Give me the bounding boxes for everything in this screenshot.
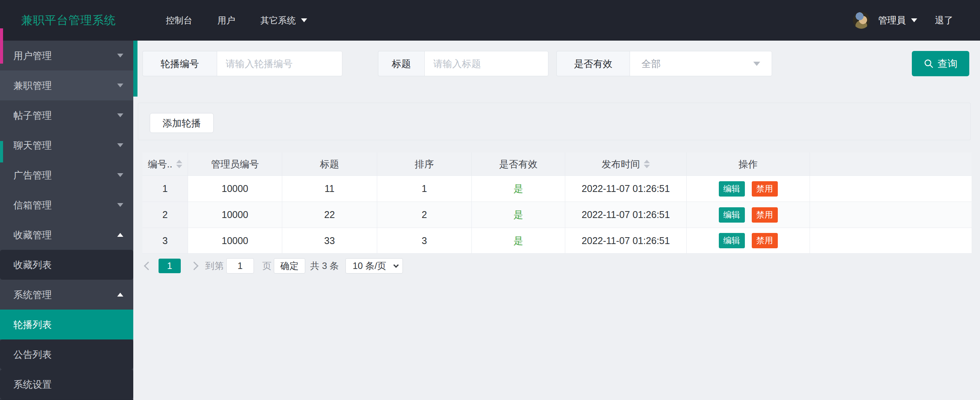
column-header-label: 发布时间 xyxy=(602,158,640,170)
empty-cell xyxy=(810,228,971,253)
chevron-down-icon[interactable] xyxy=(911,18,917,22)
sidebar-item[interactable]: 系统管理 xyxy=(0,280,133,310)
table-cell: 2022-11-07 01:26:51 xyxy=(565,228,687,253)
table-row: 110000111是2022-11-07 01:26:51编辑禁用 xyxy=(142,175,972,202)
disable-button[interactable]: 禁用 xyxy=(752,207,778,223)
table-cell: 2022-11-07 01:26:51 xyxy=(565,202,687,228)
sidebar-item[interactable]: 公告列表 xyxy=(0,339,133,369)
app-title: 兼职平台管理系统 xyxy=(21,13,116,28)
disable-button[interactable]: 禁用 xyxy=(752,233,778,248)
table-cell: 是 xyxy=(472,228,565,253)
scrollbar-thumb-teal[interactable] xyxy=(0,141,3,162)
filter-is-valid: 是否有效 全部 xyxy=(556,51,772,76)
column-header: 操作 xyxy=(687,152,810,175)
column-header-label: 排序 xyxy=(415,158,434,170)
avatar[interactable] xyxy=(853,12,870,29)
sidebar-item-label: 收藏列表 xyxy=(13,259,52,271)
pagination-bar: 1 到第 页 确定 共 3 条 10 条/页 xyxy=(142,257,980,275)
table-cell: 3 xyxy=(142,228,188,253)
column-header-label: 编号.. xyxy=(148,158,172,170)
page-unit-label: 页 xyxy=(262,260,272,272)
sidebar-item[interactable]: 轮播列表 xyxy=(0,310,133,339)
table-header: 编号..管理员编号标题排序是否有效发布时间操作 xyxy=(142,152,972,175)
edit-button[interactable]: 编辑 xyxy=(719,181,745,197)
nav-item-user[interactable]: 用户 xyxy=(218,15,235,26)
chevron-down-icon xyxy=(117,54,123,57)
actions-cell: 编辑禁用 xyxy=(687,176,810,202)
logout-button[interactable]: 退了 xyxy=(935,14,953,26)
page-number-button[interactable]: 1 xyxy=(159,259,181,273)
column-header[interactable]: 编号.. xyxy=(142,152,188,175)
top-navbar: 兼职平台管理系统 控制台 用户 其它系统 管理員 退了 xyxy=(0,0,980,41)
title-input[interactable] xyxy=(424,51,548,76)
table-cell: 1 xyxy=(142,176,188,202)
sidebar-item[interactable]: 广告管理 xyxy=(0,160,133,190)
sidebar-item[interactable]: 聊天管理 xyxy=(0,130,133,160)
search-button[interactable]: 查询 xyxy=(912,51,969,76)
sidebar-item[interactable]: 兼职管理 xyxy=(0,70,133,100)
column-header: 是否有效 xyxy=(472,152,565,175)
sidebar-item[interactable]: 信箱管理 xyxy=(0,190,133,220)
disable-button[interactable]: 禁用 xyxy=(752,181,778,197)
sidebar-item[interactable]: 用户管理 xyxy=(0,41,133,70)
table-cell: 2 xyxy=(377,202,472,228)
page-size-select[interactable]: 10 条/页 xyxy=(345,258,403,274)
chevron-down-icon xyxy=(301,18,307,22)
sidebar-item[interactable]: 收藏管理 xyxy=(0,220,133,250)
carousel-id-input[interactable] xyxy=(217,51,342,76)
username-dropdown[interactable]: 管理員 xyxy=(878,14,906,26)
table-cell: 2 xyxy=(142,202,188,228)
scrollbar-thumb-pink[interactable] xyxy=(0,28,3,64)
confirm-button[interactable]: 确定 xyxy=(274,258,305,274)
chevron-up-icon xyxy=(117,293,123,297)
empty-cell xyxy=(810,202,971,228)
column-header xyxy=(810,152,971,175)
table-cell: 22 xyxy=(282,202,377,228)
column-header-label: 操作 xyxy=(739,158,758,170)
sidebar-item[interactable]: 帖子管理 xyxy=(0,100,133,130)
sidebar-item[interactable]: 收藏列表 xyxy=(0,250,133,280)
sidebar-item-label: 广告管理 xyxy=(13,169,52,182)
sort-icon[interactable] xyxy=(176,160,182,168)
chevron-down-icon xyxy=(393,262,399,268)
is-valid-value: 全部 xyxy=(641,57,753,70)
title-label: 标题 xyxy=(378,51,424,76)
edit-button[interactable]: 编辑 xyxy=(719,233,745,248)
chevron-down-icon xyxy=(117,143,123,147)
table-row: 210000222是2022-11-07 01:26:51编辑禁用 xyxy=(142,202,972,228)
chevron-down-icon xyxy=(117,173,123,177)
actions-cell: 编辑禁用 xyxy=(687,202,810,228)
prev-page-icon[interactable] xyxy=(144,262,153,270)
is-valid-select[interactable]: 全部 xyxy=(630,51,772,76)
add-carousel-button[interactable]: 添加轮播 xyxy=(150,113,214,133)
column-header[interactable]: 发布时间 xyxy=(565,152,687,175)
empty-cell xyxy=(810,176,971,202)
goto-label: 到第 xyxy=(205,260,224,272)
main-content: 轮播编号 标题 是否有效 全部 查询 添加轮播 编号..管理员编号标题排序是否有… xyxy=(133,41,980,400)
sidebar-item-label: 系统管理 xyxy=(13,289,52,301)
nav-item-console[interactable]: 控制台 xyxy=(166,15,192,26)
table-cell: 3 xyxy=(377,228,472,253)
sidebar-item-label: 帖子管理 xyxy=(13,109,52,122)
sidebar-item-label: 轮播列表 xyxy=(13,318,52,331)
column-header: 排序 xyxy=(377,152,472,175)
sidebar-item[interactable]: 系统设置 xyxy=(0,369,133,399)
column-header-label: 标题 xyxy=(320,158,339,170)
nav-menu: 控制台 用户 其它系统 xyxy=(166,15,307,26)
edit-button[interactable]: 编辑 xyxy=(719,207,745,223)
table-body: 110000111是2022-11-07 01:26:51编辑禁用2100002… xyxy=(142,175,972,254)
table-cell: 10000 xyxy=(188,176,282,202)
column-header: 管理员编号 xyxy=(188,152,282,175)
filter-carousel-id: 轮播编号 xyxy=(142,51,342,76)
chevron-down-icon xyxy=(117,203,123,207)
nav-item-other-systems[interactable]: 其它系统 xyxy=(260,15,307,26)
sidebar-scrollbar-thumb[interactable] xyxy=(133,41,137,97)
next-page-icon[interactable] xyxy=(190,262,199,270)
page-size-value: 10 条/页 xyxy=(353,260,393,272)
table-cell: 11 xyxy=(282,176,377,202)
goto-page-input[interactable] xyxy=(226,258,254,274)
filter-title: 标题 xyxy=(378,51,548,76)
chevron-down-icon xyxy=(117,113,123,117)
chevron-down-icon xyxy=(117,84,123,87)
sort-icon[interactable] xyxy=(644,160,650,168)
